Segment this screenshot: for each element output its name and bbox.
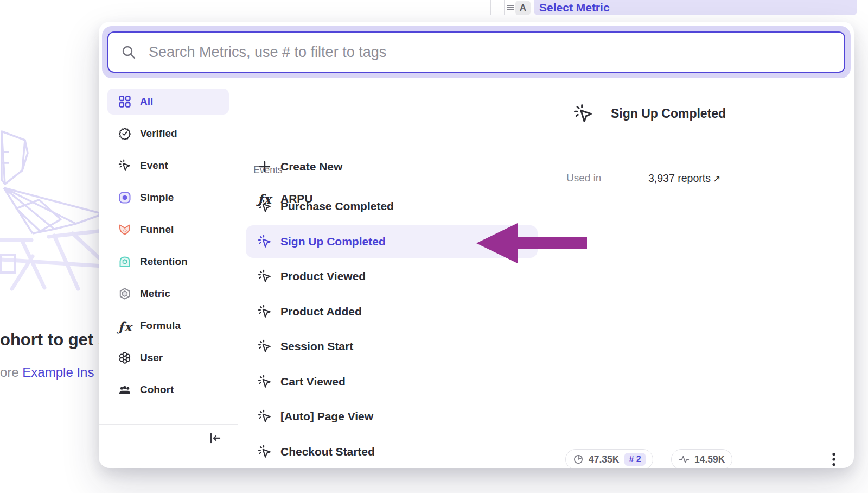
sidebar-item-label: Retention bbox=[140, 256, 188, 268]
sidebar-item-label: Formula bbox=[140, 320, 181, 332]
sidebar-item-label: Verified bbox=[140, 128, 177, 140]
search-field[interactable] bbox=[107, 31, 845, 73]
sidebar-item-retention[interactable]: Retention bbox=[107, 249, 229, 275]
event-icon bbox=[258, 445, 272, 459]
sidebar-list: AllVerifiedEventSimpleFunnelRetentionMet… bbox=[99, 84, 238, 468]
drag-handle-icon[interactable] bbox=[506, 3, 515, 12]
event-icon bbox=[258, 199, 272, 213]
event-icon bbox=[258, 409, 272, 424]
grid-icon bbox=[118, 95, 131, 108]
rank-badge: # 2 bbox=[624, 453, 645, 466]
link-prefix-text: ore bbox=[0, 365, 22, 380]
stat-value: 47.35K bbox=[589, 454, 619, 465]
sidebar-item-label: Cohort bbox=[140, 384, 174, 396]
toolbar-divider bbox=[504, 0, 505, 15]
search-icon bbox=[120, 44, 137, 60]
detail-title: Sign Up Completed bbox=[611, 106, 726, 121]
used-in-reports-link[interactable]: 3,937 reports↗ bbox=[648, 172, 720, 185]
background-link-line: ore Example Ins bbox=[0, 365, 101, 380]
event-icon bbox=[258, 375, 272, 389]
pie-chart-icon bbox=[573, 454, 584, 465]
event-item[interactable]: Cart Viewed bbox=[238, 364, 559, 400]
select-metric-row[interactable]: Select Metric bbox=[534, 0, 857, 15]
retention-icon bbox=[118, 255, 131, 268]
event-icon bbox=[118, 159, 131, 172]
event-icon bbox=[573, 104, 593, 124]
funnel-icon bbox=[118, 223, 131, 236]
event-item[interactable]: [Auto] Page View bbox=[238, 399, 559, 434]
sidebar-item-funnel[interactable]: Funnel bbox=[107, 217, 229, 243]
stats-row: 14.59K47.35K# 2 bbox=[565, 449, 854, 468]
search-focus-ring bbox=[102, 26, 851, 78]
page: ohort to get s ore Example Ins A Select … bbox=[0, 0, 868, 493]
sidebar-item-label: Metric bbox=[140, 288, 170, 300]
sidebar-item-label: Simple bbox=[140, 192, 174, 204]
event-icon bbox=[258, 269, 272, 283]
toolbar-divider bbox=[490, 0, 491, 15]
event-item-label: Session Start bbox=[280, 340, 353, 353]
event-icon bbox=[258, 305, 272, 319]
sidebar-item-verified[interactable]: Verified bbox=[107, 121, 229, 147]
event-item-label: [Auto] Page View bbox=[280, 410, 373, 423]
event-item-label: Cart Viewed bbox=[280, 375, 346, 388]
search-input[interactable] bbox=[149, 44, 844, 61]
stat-pill-pie-chart[interactable]: 47.35K# 2 bbox=[565, 449, 653, 468]
stat-pill-pulse[interactable]: 14.59K bbox=[671, 449, 732, 468]
metric-list-column: Create New ƒx ARPU Events Purchase Compl… bbox=[238, 84, 559, 468]
annotation-arrow bbox=[476, 223, 587, 266]
sidebar-item-all[interactable]: All bbox=[107, 89, 229, 115]
sidebar-item-event[interactable]: Event bbox=[107, 153, 229, 179]
metric-detail-panel: Sign Up Completed Used in 3,937 reports↗… bbox=[559, 84, 854, 468]
decorative-wireframe-graphic bbox=[0, 118, 106, 308]
select-metric-label: Select Metric bbox=[539, 1, 610, 14]
event-item[interactable]: Session Start bbox=[238, 329, 559, 364]
sidebar-item-formula[interactable]: ƒxFormula bbox=[107, 313, 229, 339]
sidebar-item-label: Funnel bbox=[140, 224, 174, 236]
verified-badge-icon bbox=[118, 127, 131, 140]
sidebar-item-simple[interactable]: Simple bbox=[107, 185, 229, 211]
series-a-badge: A bbox=[515, 1, 531, 15]
cohort-icon bbox=[118, 383, 131, 396]
event-item-label: Checkout Started bbox=[280, 445, 375, 458]
user-icon bbox=[118, 351, 131, 364]
event-item-label: Product Added bbox=[280, 305, 362, 318]
event-item-label: Purchase Completed bbox=[280, 200, 394, 213]
detail-footer-divider bbox=[559, 445, 854, 445]
event-item-label: Sign Up Completed bbox=[280, 235, 386, 248]
used-in-label: Used in bbox=[566, 172, 648, 185]
create-new-button[interactable]: Create New bbox=[238, 155, 559, 178]
sidebar-item-label: Event bbox=[140, 160, 168, 172]
sidebar-item-cohort[interactable]: Cohort bbox=[107, 377, 229, 403]
event-item[interactable]: Checkout Started bbox=[238, 434, 559, 469]
simple-icon bbox=[118, 191, 131, 204]
sidebar-item-user[interactable]: User bbox=[107, 345, 229, 371]
stat-value: 14.59K bbox=[694, 454, 725, 465]
events-section-header: Events bbox=[253, 165, 283, 176]
create-new-label: Create New bbox=[280, 160, 342, 173]
formula-icon: ƒx bbox=[118, 319, 131, 332]
collapse-sidebar-button[interactable] bbox=[205, 428, 225, 448]
sidebar-item-metric[interactable]: Metric bbox=[107, 281, 229, 307]
event-icon bbox=[258, 235, 272, 249]
event-item[interactable]: Product Added bbox=[238, 294, 559, 330]
background-heading: ohort to get s bbox=[0, 330, 101, 350]
sidebar-item-label: User bbox=[140, 352, 163, 364]
sidebar-footer-divider bbox=[99, 424, 238, 425]
sidebar-item-label: All bbox=[140, 96, 153, 108]
external-link-arrow-icon: ↗ bbox=[713, 174, 720, 184]
more-options-button[interactable] bbox=[825, 450, 843, 468]
metric-icon bbox=[118, 287, 131, 300]
pulse-icon bbox=[679, 454, 690, 465]
example-insights-link[interactable]: Example Ins bbox=[22, 365, 94, 380]
event-item[interactable]: Purchase Completed bbox=[238, 189, 559, 224]
event-item-label: Product Viewed bbox=[280, 270, 366, 283]
event-icon bbox=[258, 339, 272, 353]
